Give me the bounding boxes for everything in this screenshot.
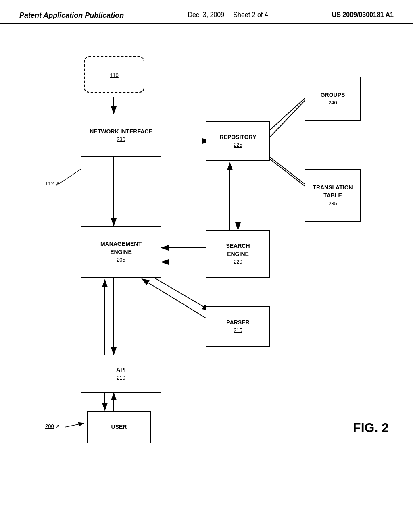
translation-number: 235 [328, 200, 337, 207]
sheet-info: Sheet 2 of 4 [233, 11, 268, 18]
repository-box: REPOSITORY 225 [206, 121, 270, 161]
ref-112-label: 112 ↗ [45, 181, 60, 187]
publication-number: US 2009/0300181 A1 [332, 11, 394, 19]
svg-line-20 [65, 423, 84, 427]
repository-label: REPOSITORY [219, 133, 256, 141]
header-center: Dec. 3, 2009 Sheet 2 of 4 [188, 11, 268, 19]
user-label: USER [111, 423, 127, 431]
api-box: API 210 [81, 355, 161, 393]
parser-number: 215 [234, 327, 242, 334]
management-engine-number: 205 [117, 257, 125, 264]
svg-line-13 [142, 279, 210, 320]
search-engine-number: 220 [234, 259, 242, 266]
api-number: 210 [117, 375, 125, 382]
ref-200-label: 200 ↗ [45, 423, 60, 429]
search-engine-label: SEARCHENGINE [226, 242, 250, 258]
groups-label: GROUPS [321, 91, 345, 99]
node-110-box: 110 [84, 56, 144, 93]
page-header: Patent Application Publication Dec. 3, 2… [0, 0, 413, 24]
parser-label: PARSER [226, 319, 249, 327]
user-box: USER [87, 411, 151, 443]
groups-number: 240 [328, 100, 337, 106]
node-110-number: 110 [110, 72, 119, 78]
diagram-area: 110 NETWORK INTERFACE 230 REPOSITORY 225… [24, 32, 397, 516]
figure-label: FIG. 2 [353, 420, 389, 435]
parser-box: PARSER 215 [206, 306, 270, 347]
svg-line-6 [56, 169, 81, 185]
translation-label: TRANSLATIONTABLE [313, 184, 353, 200]
network-interface-box: NETWORK INTERFACE 230 [81, 114, 161, 157]
search-engine-box: SEARCHENGINE 220 [206, 230, 270, 278]
groups-box: GROUPS 240 [305, 77, 361, 121]
publication-title: Patent Application Publication [19, 11, 124, 20]
management-engine-label: MANAGEMENTENGINE [100, 240, 142, 256]
management-engine-box: MANAGEMENTENGINE 205 [81, 226, 161, 278]
network-interface-number: 230 [117, 136, 125, 143]
publication-date: Dec. 3, 2009 [188, 11, 224, 18]
repository-number: 225 [234, 142, 242, 149]
api-label: API [116, 366, 125, 374]
translation-table-box: TRANSLATIONTABLE 235 [305, 169, 361, 222]
network-interface-label: NETWORK INTERFACE [90, 128, 152, 136]
